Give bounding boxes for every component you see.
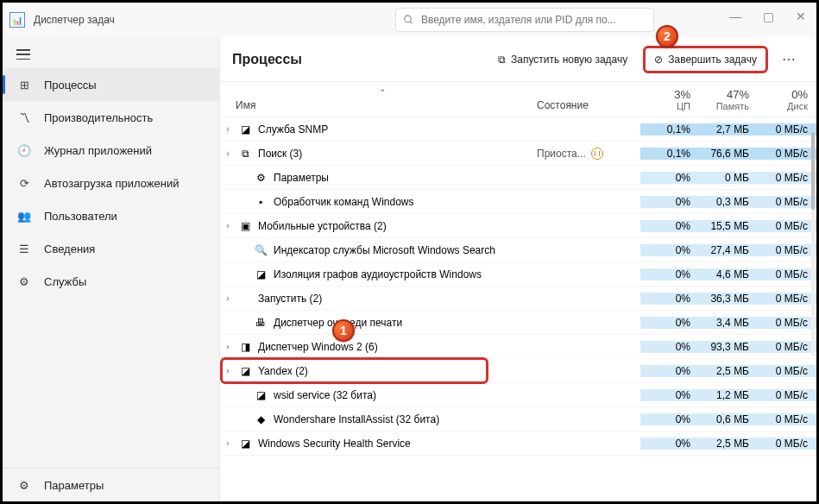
btn-label: Запустить новую задачу — [511, 54, 627, 66]
process-name: Диспетчер Windows 2 (6) — [258, 341, 537, 353]
expand-chevron-icon[interactable]: › — [220, 221, 236, 230]
process-name: Обработчик команд Windows — [274, 196, 537, 208]
expand-chevron-icon[interactable]: › — [220, 148, 236, 158]
cell-cpu: 0% — [640, 268, 699, 280]
col-memory[interactable]: 47% Память — [699, 88, 758, 111]
nav-services[interactable]: ⚙ Службы — [3, 265, 219, 298]
col-status[interactable]: Состояние — [537, 99, 640, 111]
cell-cpu: 0% — [640, 293, 699, 305]
process-name: Индексатор службы Microsoft Windows Sear… — [274, 244, 537, 256]
hamburger-button[interactable] — [3, 41, 219, 68]
nav-performance[interactable]: 〽 Производительность — [3, 101, 219, 134]
nav-startup[interactable]: ⟳ Автозагрузка приложений — [3, 167, 219, 199]
col-name[interactable]: ⌄ Имя — [220, 82, 537, 111]
nav-history[interactable]: 🕘 Журнал приложений — [3, 134, 219, 167]
nav-label: Параметры — [44, 479, 104, 492]
nav-settings[interactable]: ⚙ Параметры — [3, 468, 219, 501]
end-task-button[interactable]: ⊘ Завершить задачу — [643, 46, 768, 73]
content-area: Процессы ⧉ Запустить новую задачу ⊘ Заве… — [220, 37, 816, 501]
cell-cpu: 0% — [640, 341, 699, 353]
process-icon: ◪ — [253, 267, 268, 282]
window-controls: — ▢ ✕ — [727, 9, 810, 23]
process-row[interactable]: ▪Обработчик команд Windows0%0,3 МБ0 МБ/с — [220, 190, 816, 214]
search-input[interactable] — [421, 14, 646, 26]
processes-icon: ⊞ — [16, 77, 32, 92]
toolbar: Процессы ⧉ Запустить новую задачу ⊘ Заве… — [220, 37, 816, 82]
cell-cpu: 0% — [640, 220, 699, 232]
cell-disk: 0 МБ/с — [758, 123, 816, 135]
process-row[interactable]: ›◪Служба SNMP0,1%2,7 МБ0 МБ/с — [220, 117, 816, 142]
nav-label: Процессы — [44, 79, 97, 91]
nav-users[interactable]: 👥 Пользователи — [3, 199, 219, 232]
cell-mem: 93,3 МБ — [699, 341, 758, 353]
cell-mem: 3,4 МБ — [699, 317, 758, 329]
process-row[interactable]: ›⧉Поиск (3)Приоста...0,1%76,6 МБ0 МБ/с — [220, 142, 816, 166]
cell-disk: 0 МБ/с — [758, 438, 816, 450]
process-row[interactable]: ›▣Мобильные устройства (2)0%15,5 МБ0 МБ/… — [220, 214, 816, 238]
cell-mem: 0,3 МБ — [699, 196, 758, 208]
startup-icon: ⟳ — [16, 175, 32, 191]
run-new-task-button[interactable]: ⧉ Запустить новую задачу — [489, 48, 636, 71]
process-row[interactable]: ⚙Параметры0%0 МБ0 МБ/с — [220, 166, 816, 190]
services-icon: ⚙ — [16, 274, 32, 289]
expand-chevron-icon[interactable]: › — [220, 366, 236, 375]
callout-2: 2 — [656, 25, 678, 47]
minimize-button[interactable]: — — [727, 9, 744, 23]
expand-chevron-icon[interactable]: › — [220, 124, 236, 134]
cell-disk: 0 МБ/с — [758, 268, 816, 280]
cell-mem: 1,2 МБ — [699, 389, 758, 401]
cell-disk: 0 МБ/с — [758, 220, 816, 232]
process-name: Параметры — [274, 172, 537, 184]
process-name: wsid service (32 бита) — [274, 389, 537, 401]
maximize-button[interactable]: ▢ — [759, 9, 777, 23]
cell-mem: 2,5 МБ — [699, 438, 758, 450]
process-name: Диспетчер очереди печати — [274, 317, 537, 329]
expand-chevron-icon[interactable]: › — [220, 293, 236, 303]
process-name: Запустить (2) — [258, 293, 537, 305]
process-row[interactable]: ◪wsid service (32 бита)0%1,2 МБ0 МБ/с — [220, 383, 816, 407]
sidebar: ⊞ Процессы 〽 Производительность 🕘 Журнал… — [3, 37, 220, 501]
cell-cpu: 0% — [640, 172, 699, 184]
process-row[interactable]: ›◪Yandex (2)0%2,5 МБ0 МБ/с — [220, 359, 816, 383]
process-row[interactable]: ◪Изоляция графов аудиоустройств Windows0… — [220, 262, 816, 287]
cell-disk: 0 МБ/с — [758, 244, 816, 256]
process-row[interactable]: 🖶Диспетчер очереди печати0%3,4 МБ0 МБ/с — [220, 311, 816, 335]
cell-cpu: 0% — [640, 413, 699, 425]
cell-disk: 0 МБ/с — [758, 196, 816, 208]
nav-label: Сведения — [44, 243, 95, 255]
search-box[interactable] — [395, 8, 654, 32]
users-icon: 👥 — [16, 208, 32, 224]
cell-cpu: 0% — [640, 365, 699, 377]
scrollbar-thumb[interactable] — [811, 132, 815, 210]
close-button[interactable]: ✕ — [792, 9, 810, 23]
col-disk[interactable]: 0% Диск — [758, 88, 816, 111]
process-row[interactable]: ›Запустить (2)0%36,3 МБ0 МБ/с — [220, 287, 816, 311]
process-row[interactable]: ›◪Windows Security Health Service0%2,5 М… — [220, 432, 816, 456]
cell-mem: 2,5 МБ — [699, 365, 758, 377]
process-icon: 🔍 — [253, 243, 268, 258]
cell-cpu: 0,1% — [640, 148, 699, 160]
process-name: Мобильные устройства (2) — [258, 220, 537, 232]
more-button[interactable]: ⋯ — [775, 47, 804, 71]
process-icon: ◪ — [237, 436, 253, 451]
cell-disk: 0 МБ/с — [758, 172, 816, 184]
process-row[interactable]: 🔍Индексатор службы Microsoft Windows Sea… — [220, 238, 816, 262]
process-row[interactable]: ›◨Диспетчер Windows 2 (6)0%93,3 МБ0 МБ/с… — [220, 335, 816, 359]
expand-chevron-icon[interactable]: › — [220, 342, 236, 351]
cell-cpu: 0% — [640, 389, 699, 401]
col-cpu[interactable]: 3% ЦП — [640, 88, 699, 111]
process-icon: ▣ — [237, 218, 253, 234]
cell-disk: 0 МБ/с — [758, 341, 816, 353]
process-row[interactable]: ◆Wondershare InstallAssist (32 бита)0%0,… — [220, 407, 816, 432]
cell-cpu: 0% — [640, 196, 699, 208]
process-name: Windows Security Health Service — [258, 438, 537, 450]
page-title: Процессы — [232, 52, 302, 67]
nav-details[interactable]: ☰ Сведения — [3, 232, 219, 265]
btn-label: Завершить задачу — [668, 54, 757, 66]
nav-processes[interactable]: ⊞ Процессы — [3, 68, 219, 101]
details-icon: ☰ — [16, 241, 32, 256]
cell-disk: 0 МБ/с — [758, 365, 816, 377]
process-icon: ⧉ — [237, 146, 253, 161]
callout-1: 1 — [332, 319, 355, 342]
expand-chevron-icon[interactable]: › — [220, 438, 236, 448]
